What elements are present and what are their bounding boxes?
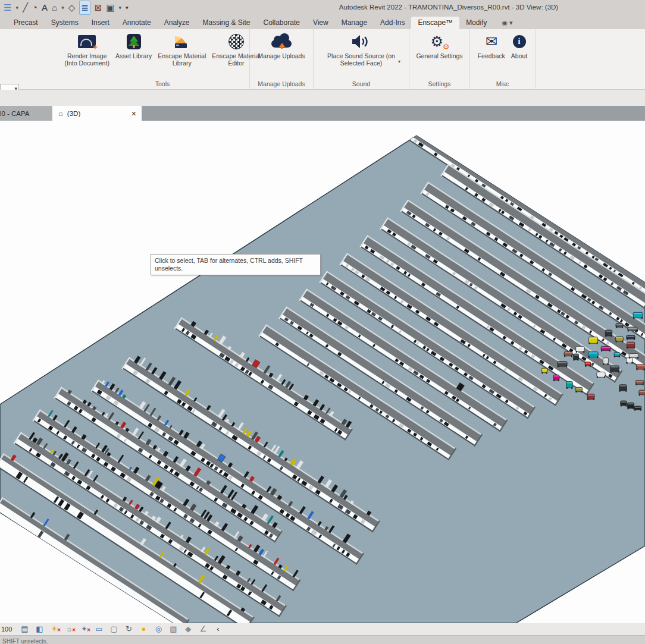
- reveal-hidden-elements-icon[interactable]: ●: [139, 624, 148, 634]
- temporary-view-properties-icon[interactable]: ▧: [168, 624, 178, 634]
- ribbon-tab-add-ins[interactable]: Add-Ins: [374, 17, 411, 29]
- status-bar: SHIFT unselects.: [0, 635, 645, 644]
- furniture-item[interactable]: [564, 351, 572, 357]
- ribbon-tab-collaborate[interactable]: Collaborate: [257, 17, 306, 29]
- ribbon-tab-massing-site[interactable]: Massing & Site: [196, 17, 256, 29]
- close-icon[interactable]: ×: [131, 109, 136, 118]
- furniture-item[interactable]: [601, 346, 610, 351]
- visual-style-icon[interactable]: ◧: [35, 624, 44, 634]
- general-settings-button[interactable]: ⚙⚙General Settings: [415, 32, 464, 60]
- qat-dropdown-icon-3[interactable]: ▾: [119, 1, 122, 14]
- disabled-x-icon: ✕: [72, 626, 76, 635]
- ribbon-tab-analyze[interactable]: Analyze: [158, 17, 196, 29]
- furniture-item[interactable]: [605, 330, 612, 337]
- modify-grid-icon[interactable]: ☰: [4, 1, 11, 14]
- furniture-item[interactable]: [627, 335, 635, 340]
- feedback-button[interactable]: ✉Feedback: [477, 32, 506, 60]
- floor[interactable]: [0, 136, 645, 623]
- furniture-item[interactable]: [573, 354, 578, 360]
- furniture-item[interactable]: [627, 342, 635, 348]
- furniture-item[interactable]: [576, 346, 584, 353]
- furniture-item[interactable]: [633, 312, 643, 319]
- panel-label: Manage Uploads: [250, 80, 313, 87]
- panel-label: Sound: [314, 80, 409, 87]
- chevron-down-icon[interactable]: ▾: [398, 59, 400, 64]
- thin-lines-icon[interactable]: ≣: [79, 1, 90, 15]
- qat-dropdown-icon[interactable]: ▾: [15, 1, 18, 14]
- furniture-item[interactable]: [635, 380, 643, 385]
- button-label: Asset Library: [115, 52, 152, 59]
- panel-label: Settings: [409, 80, 469, 87]
- furniture-item[interactable]: [588, 352, 599, 358]
- rendering-dialog-icon[interactable]: ✦✕: [79, 624, 89, 634]
- furniture-item[interactable]: [616, 337, 624, 343]
- furniture-item[interactable]: [616, 323, 623, 328]
- furniture-item[interactable]: [628, 327, 637, 332]
- material-library-icon: [174, 34, 190, 49]
- furniture-item[interactable]: [587, 394, 594, 400]
- scale-button[interactable]: 100: [1, 626, 12, 633]
- shadows-icon[interactable]: ☼✕: [64, 624, 74, 634]
- sun-path-icon[interactable]: ☀✕: [49, 624, 59, 634]
- temporary-hide-isolate-icon[interactable]: ◎: [154, 624, 163, 634]
- view-tab-bar: 00 - CAPA ⌂ (3D) ×: [0, 106, 645, 121]
- text-icon[interactable]: A: [42, 1, 48, 14]
- furniture-item[interactable]: [558, 362, 567, 367]
- furniture-item[interactable]: [634, 406, 641, 411]
- furniture-item[interactable]: [629, 354, 638, 359]
- furniture-item[interactable]: [553, 375, 559, 381]
- gear-icon: ⚙⚙: [431, 34, 449, 49]
- ribbon-tab-enscape-[interactable]: Enscape™: [411, 17, 459, 29]
- ribbon-tab-systems[interactable]: Systems: [45, 17, 85, 29]
- furniture-item[interactable]: [597, 372, 605, 378]
- crop-view-icon[interactable]: ▭: [94, 624, 104, 634]
- switch-windows-icon[interactable]: ▣: [106, 1, 114, 14]
- furniture-item[interactable]: [575, 387, 582, 392]
- furniture-item[interactable]: [619, 385, 627, 392]
- furniture-item[interactable]: [566, 382, 573, 389]
- furniture-item[interactable]: [639, 390, 645, 395]
- furniture-item[interactable]: [627, 403, 634, 409]
- furniture-item[interactable]: [603, 358, 608, 365]
- ribbon-tab-annotate[interactable]: Annotate: [116, 17, 158, 29]
- view-tab-3d[interactable]: ⌂ (3D) ×: [52, 106, 142, 121]
- furniture-item[interactable]: [636, 365, 645, 370]
- furniture-item[interactable]: [614, 353, 620, 357]
- furniture-item[interactable]: [627, 358, 633, 364]
- detail-level-icon[interactable]: ▤: [20, 624, 29, 634]
- render-image-button[interactable]: +Render Image(Into Document): [64, 32, 111, 67]
- close-inactive-windows-icon[interactable]: ⊠: [95, 1, 102, 14]
- reveal-constraints-icon[interactable]: ∠: [198, 624, 208, 634]
- furniture-item[interactable]: [621, 401, 627, 407]
- furniture-item[interactable]: [585, 362, 591, 367]
- ribbon-tab-view[interactable]: View: [306, 17, 335, 29]
- view-tab-capa[interactable]: 00 - CAPA: [0, 106, 52, 121]
- qat-dropdown-icon-2[interactable]: ▾: [61, 1, 64, 14]
- ribbon-display-toggle-icon[interactable]: ◉ ▾: [493, 17, 517, 29]
- default-3d-view-icon[interactable]: ⌂: [52, 1, 57, 14]
- button-label: Feedback: [478, 52, 505, 59]
- cloud-upload-icon: [271, 34, 292, 49]
- furniture-item[interactable]: [541, 368, 547, 373]
- asset-library-button[interactable]: Asset Library: [114, 32, 153, 60]
- measure-icon[interactable]: ◔: [32, 1, 37, 14]
- aligned-dimension-icon[interactable]: ╱: [23, 1, 28, 14]
- unlocked-3d-view-icon[interactable]: ↻: [124, 624, 133, 634]
- button-label: Enscape Material: [158, 52, 206, 59]
- furniture-item[interactable]: [610, 366, 619, 373]
- ribbon-tab-insert[interactable]: Insert: [85, 17, 116, 29]
- ribbon-tab-precast[interactable]: Precast: [7, 17, 45, 29]
- section-icon[interactable]: ◇: [68, 1, 76, 14]
- furniture-item[interactable]: [588, 337, 597, 344]
- place-sound-source-button[interactable]: Place Sound Source (onSelected Face)▾: [326, 32, 396, 67]
- analytical-model-icon[interactable]: ◆: [183, 624, 193, 634]
- ribbon-tab-manage[interactable]: Manage: [335, 17, 374, 29]
- enscape-material-library-button[interactable]: Enscape MaterialLibrary: [156, 32, 207, 67]
- show-crop-region-icon[interactable]: ▢: [109, 624, 118, 634]
- 3d-viewport[interactable]: Click to select, TAB for alternates, CTR…: [0, 121, 645, 623]
- qat-customize-icon[interactable]: ▾: [126, 1, 129, 14]
- ribbon-tab-modify[interactable]: Modify: [459, 17, 493, 29]
- about-button[interactable]: iAbout: [510, 32, 528, 60]
- manage-uploads-button[interactable]: Manage Uploads: [256, 32, 306, 60]
- panel-collapse-icon[interactable]: ‹: [213, 624, 223, 634]
